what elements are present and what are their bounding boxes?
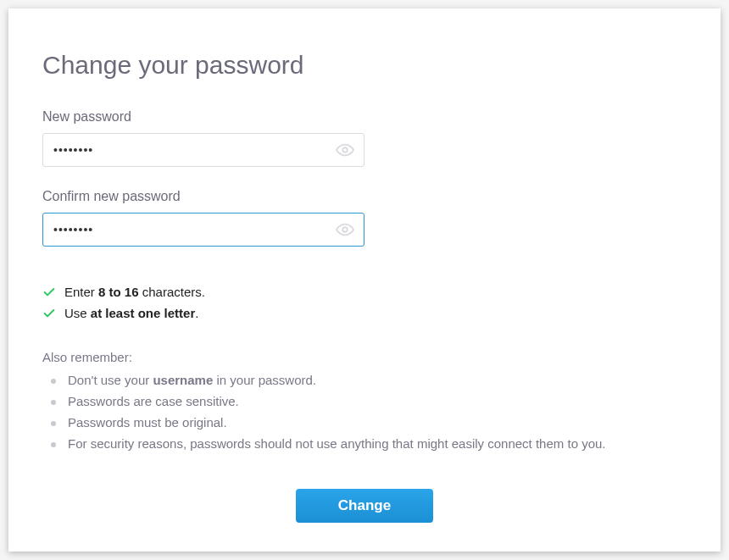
list-item: Passwords must be original. <box>42 415 687 430</box>
confirm-password-group: Confirm new password <box>42 189 687 247</box>
list-item-text: Passwords are case sensitive. <box>68 394 239 408</box>
remember-list: Don't use your username in your password… <box>42 373 687 451</box>
toggle-visibility-icon[interactable] <box>336 220 354 239</box>
new-password-input[interactable] <box>42 133 364 167</box>
list-item: Don't use your username in your password… <box>42 373 687 387</box>
list-item: Passwords are case sensitive. <box>42 394 687 408</box>
bullet-icon <box>51 400 56 405</box>
rule-text: Enter 8 to 16 characters. <box>64 285 205 299</box>
confirm-password-input-wrap <box>42 213 364 247</box>
list-item-text: Passwords must be original. <box>68 415 227 430</box>
confirm-password-input[interactable] <box>42 213 364 247</box>
svg-point-0 <box>342 147 348 152</box>
bullet-icon <box>51 442 56 447</box>
list-item: For security reasons, passwords should n… <box>42 436 687 451</box>
new-password-group: New password <box>42 109 687 167</box>
bullet-icon <box>51 421 56 426</box>
rule-text: Use at least one letter. <box>64 306 198 320</box>
check-icon <box>42 286 56 299</box>
svg-point-1 <box>342 227 348 232</box>
page-title: Change your password <box>42 51 687 80</box>
bullet-icon <box>51 379 56 384</box>
remember-title: Also remember: <box>42 350 687 364</box>
rule-item: Enter 8 to 16 characters. <box>42 285 687 299</box>
change-password-card: Change your password New password Confir… <box>8 8 721 552</box>
confirm-password-label: Confirm new password <box>42 189 687 204</box>
new-password-input-wrap <box>42 133 364 167</box>
new-password-label: New password <box>42 109 687 125</box>
check-icon <box>42 307 56 320</box>
list-item-text: Don't use your username in your password… <box>68 373 316 387</box>
toggle-visibility-icon[interactable] <box>336 141 354 159</box>
change-button[interactable]: Change <box>296 489 433 523</box>
submit-wrap: Change <box>42 489 687 523</box>
list-item-text: For security reasons, passwords should n… <box>68 436 606 451</box>
rule-item: Use at least one letter. <box>42 306 687 320</box>
password-rules: Enter 8 to 16 characters. Use at least o… <box>42 285 687 320</box>
